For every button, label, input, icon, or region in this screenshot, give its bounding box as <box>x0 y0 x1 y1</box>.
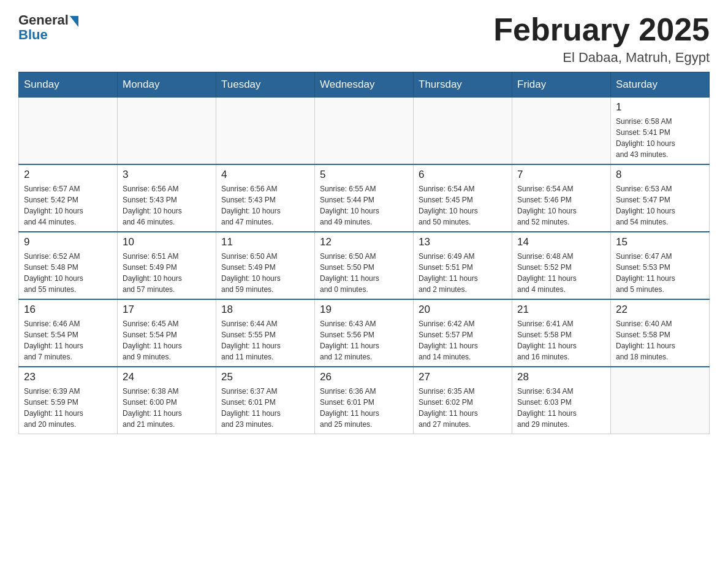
day-info: Sunrise: 6:57 AMSunset: 5:42 PMDaylight:… <box>24 183 112 228</box>
day-header-friday: Friday <box>512 72 611 98</box>
calendar-cell <box>118 98 216 165</box>
calendar-subtitle: El Dabaa, Matruh, Egypt <box>493 50 710 66</box>
calendar-cell: 3Sunrise: 6:56 AMSunset: 5:43 PMDaylight… <box>118 164 216 232</box>
day-info: Sunrise: 6:39 AMSunset: 5:59 PMDaylight:… <box>24 386 112 430</box>
calendar-cell: 7Sunrise: 6:54 AMSunset: 5:46 PMDaylight… <box>512 164 611 232</box>
day-info: Sunrise: 6:58 AMSunset: 5:41 PMDaylight:… <box>616 116 704 160</box>
day-number: 18 <box>221 304 309 316</box>
day-number: 27 <box>419 371 507 383</box>
day-info: Sunrise: 6:34 AMSunset: 6:03 PMDaylight:… <box>517 386 605 430</box>
day-info: Sunrise: 6:44 AMSunset: 5:55 PMDaylight:… <box>221 318 309 362</box>
week-row-4: 16Sunrise: 6:46 AMSunset: 5:54 PMDayligh… <box>19 299 710 367</box>
day-headers-row: SundayMondayTuesdayWednesdayThursdayFrid… <box>19 72 710 98</box>
day-header-tuesday: Tuesday <box>216 72 315 98</box>
day-number: 5 <box>320 169 408 181</box>
calendar-cell <box>315 98 414 165</box>
calendar-cell: 1Sunrise: 6:58 AMSunset: 5:41 PMDaylight… <box>611 98 710 165</box>
day-info: Sunrise: 6:41 AMSunset: 5:58 PMDaylight:… <box>517 318 605 362</box>
day-number: 3 <box>123 169 211 181</box>
day-number: 19 <box>320 304 408 316</box>
day-header-thursday: Thursday <box>414 72 512 98</box>
day-header-wednesday: Wednesday <box>315 72 414 98</box>
calendar-cell: 11Sunrise: 6:50 AMSunset: 5:49 PMDayligh… <box>216 232 315 299</box>
calendar-cell: 23Sunrise: 6:39 AMSunset: 5:59 PMDayligh… <box>19 367 118 434</box>
calendar-cell: 12Sunrise: 6:50 AMSunset: 5:50 PMDayligh… <box>315 232 414 299</box>
day-info: Sunrise: 6:52 AMSunset: 5:48 PMDaylight:… <box>24 251 112 295</box>
day-number: 25 <box>221 371 309 383</box>
logo-general-text: General <box>18 12 69 28</box>
calendar-cell: 4Sunrise: 6:56 AMSunset: 5:43 PMDaylight… <box>216 164 315 232</box>
day-number: 9 <box>24 236 112 248</box>
calendar-cell: 28Sunrise: 6:34 AMSunset: 6:03 PMDayligh… <box>512 367 611 434</box>
day-number: 22 <box>616 304 704 316</box>
day-info: Sunrise: 6:38 AMSunset: 6:00 PMDaylight:… <box>123 386 211 430</box>
calendar-cell: 22Sunrise: 6:40 AMSunset: 5:58 PMDayligh… <box>611 299 710 367</box>
day-info: Sunrise: 6:37 AMSunset: 6:01 PMDaylight:… <box>221 386 309 430</box>
calendar-cell: 5Sunrise: 6:55 AMSunset: 5:44 PMDaylight… <box>315 164 414 232</box>
day-info: Sunrise: 6:54 AMSunset: 5:45 PMDaylight:… <box>419 183 507 228</box>
calendar-cell <box>611 367 710 434</box>
calendar-cell <box>216 98 315 165</box>
day-number: 21 <box>517 304 605 316</box>
day-number: 28 <box>517 371 605 383</box>
calendar-cell: 25Sunrise: 6:37 AMSunset: 6:01 PMDayligh… <box>216 367 315 434</box>
day-number: 1 <box>616 101 704 113</box>
day-info: Sunrise: 6:50 AMSunset: 5:49 PMDaylight:… <box>221 251 309 295</box>
logo: General Blue <box>18 12 78 43</box>
calendar-cell: 6Sunrise: 6:54 AMSunset: 5:45 PMDaylight… <box>414 164 512 232</box>
calendar-cell: 18Sunrise: 6:44 AMSunset: 5:55 PMDayligh… <box>216 299 315 367</box>
logo-arrow-icon <box>70 16 78 27</box>
day-info: Sunrise: 6:47 AMSunset: 5:53 PMDaylight:… <box>616 251 704 295</box>
day-info: Sunrise: 6:45 AMSunset: 5:54 PMDaylight:… <box>123 318 211 362</box>
calendar-cell: 27Sunrise: 6:35 AMSunset: 6:02 PMDayligh… <box>414 367 512 434</box>
page-header: General Blue February 2025 El Dabaa, Mat… <box>18 12 710 66</box>
calendar-table: SundayMondayTuesdayWednesdayThursdayFrid… <box>18 72 710 434</box>
calendar-cell: 13Sunrise: 6:49 AMSunset: 5:51 PMDayligh… <box>414 232 512 299</box>
week-row-1: 1Sunrise: 6:58 AMSunset: 5:41 PMDaylight… <box>19 98 710 165</box>
day-info: Sunrise: 6:50 AMSunset: 5:50 PMDaylight:… <box>320 251 408 295</box>
day-header-sunday: Sunday <box>19 72 118 98</box>
day-number: 12 <box>320 236 408 248</box>
day-number: 4 <box>221 169 309 181</box>
calendar-title: February 2025 <box>493 12 710 47</box>
logo-blue-text: Blue <box>18 27 48 43</box>
day-info: Sunrise: 6:42 AMSunset: 5:57 PMDaylight:… <box>419 318 507 362</box>
calendar-cell: 15Sunrise: 6:47 AMSunset: 5:53 PMDayligh… <box>611 232 710 299</box>
calendar-cell: 26Sunrise: 6:36 AMSunset: 6:01 PMDayligh… <box>315 367 414 434</box>
week-row-3: 9Sunrise: 6:52 AMSunset: 5:48 PMDaylight… <box>19 232 710 299</box>
day-number: 26 <box>320 371 408 383</box>
calendar-cell <box>414 98 512 165</box>
day-info: Sunrise: 6:51 AMSunset: 5:49 PMDaylight:… <box>123 251 211 295</box>
day-info: Sunrise: 6:48 AMSunset: 5:52 PMDaylight:… <box>517 251 605 295</box>
calendar-cell: 9Sunrise: 6:52 AMSunset: 5:48 PMDaylight… <box>19 232 118 299</box>
day-info: Sunrise: 6:40 AMSunset: 5:58 PMDaylight:… <box>616 318 704 362</box>
day-number: 16 <box>24 304 112 316</box>
calendar-cell <box>512 98 611 165</box>
week-row-5: 23Sunrise: 6:39 AMSunset: 5:59 PMDayligh… <box>19 367 710 434</box>
calendar-cell: 8Sunrise: 6:53 AMSunset: 5:47 PMDaylight… <box>611 164 710 232</box>
day-info: Sunrise: 6:53 AMSunset: 5:47 PMDaylight:… <box>616 183 704 228</box>
week-row-2: 2Sunrise: 6:57 AMSunset: 5:42 PMDaylight… <box>19 164 710 232</box>
day-number: 15 <box>616 236 704 248</box>
day-number: 17 <box>123 304 211 316</box>
day-info: Sunrise: 6:43 AMSunset: 5:56 PMDaylight:… <box>320 318 408 362</box>
day-info: Sunrise: 6:46 AMSunset: 5:54 PMDaylight:… <box>24 318 112 362</box>
day-number: 6 <box>419 169 507 181</box>
calendar-cell: 20Sunrise: 6:42 AMSunset: 5:57 PMDayligh… <box>414 299 512 367</box>
day-number: 11 <box>221 236 309 248</box>
calendar-cell: 19Sunrise: 6:43 AMSunset: 5:56 PMDayligh… <box>315 299 414 367</box>
day-number: 14 <box>517 236 605 248</box>
day-info: Sunrise: 6:49 AMSunset: 5:51 PMDaylight:… <box>419 251 507 295</box>
calendar-cell: 10Sunrise: 6:51 AMSunset: 5:49 PMDayligh… <box>118 232 216 299</box>
calendar-cell: 2Sunrise: 6:57 AMSunset: 5:42 PMDaylight… <box>19 164 118 232</box>
title-section: February 2025 El Dabaa, Matruh, Egypt <box>493 12 710 66</box>
calendar-cell <box>19 98 118 165</box>
day-info: Sunrise: 6:35 AMSunset: 6:02 PMDaylight:… <box>419 386 507 430</box>
day-number: 13 <box>419 236 507 248</box>
day-number: 2 <box>24 169 112 181</box>
day-number: 23 <box>24 371 112 383</box>
calendar-cell: 21Sunrise: 6:41 AMSunset: 5:58 PMDayligh… <box>512 299 611 367</box>
day-number: 20 <box>419 304 507 316</box>
calendar-cell: 24Sunrise: 6:38 AMSunset: 6:00 PMDayligh… <box>118 367 216 434</box>
day-info: Sunrise: 6:36 AMSunset: 6:01 PMDaylight:… <box>320 386 408 430</box>
